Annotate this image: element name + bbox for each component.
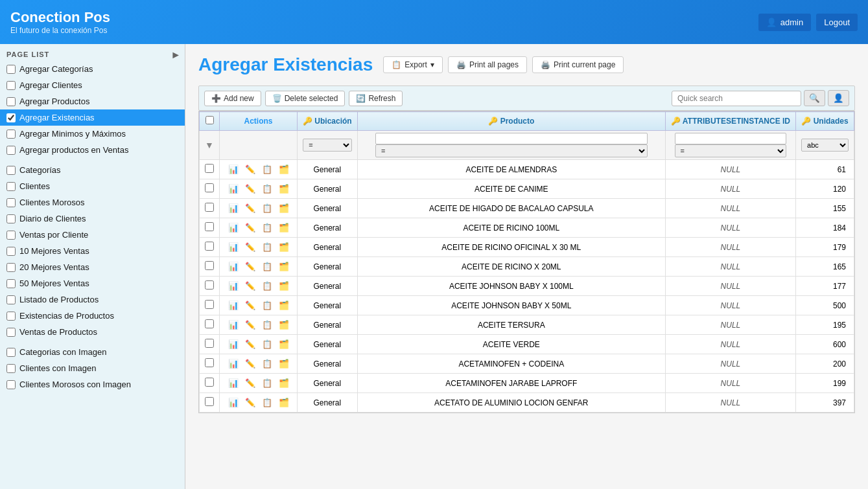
- row-view-button[interactable]: 📊: [226, 319, 241, 331]
- sidebar-checkbox-agregar-minimos-maximos[interactable]: [6, 130, 16, 139]
- row-checkbox[interactable]: [205, 319, 214, 328]
- admin-button[interactable]: 👤 admin: [758, 14, 811, 31]
- sidebar-item-ventas-cliente[interactable]: Ventas por Cliente: [0, 227, 185, 243]
- row-delete-button[interactable]: 🗂️: [276, 377, 292, 389]
- sidebar-item-agregar-clientes[interactable]: Agregar Clientes: [0, 77, 185, 93]
- row-view-button[interactable]: 📊: [226, 280, 241, 292]
- sidebar-item-clientes[interactable]: Clientes: [0, 178, 185, 194]
- search-advanced-button[interactable]: 👤: [828, 90, 849, 106]
- row-view-button[interactable]: 📊: [226, 396, 241, 409]
- row-checkbox[interactable]: [205, 183, 214, 192]
- row-view-button[interactable]: 📊: [226, 163, 241, 176]
- sidebar-item-categorias[interactable]: Categorías: [0, 162, 185, 178]
- sidebar-item-20-mejores-ventas[interactable]: 20 Mejores Ventas: [0, 259, 185, 275]
- row-edit-button[interactable]: ✏️: [242, 319, 258, 331]
- search-submit-button[interactable]: 🔍: [804, 90, 825, 106]
- row-delete-button[interactable]: 🗂️: [276, 183, 292, 195]
- filter-producto-input[interactable]: [375, 133, 648, 144]
- row-edit-button[interactable]: ✏️: [242, 241, 258, 253]
- row-view-button[interactable]: 📊: [226, 241, 241, 253]
- row-copy-button[interactable]: 📋: [259, 377, 275, 389]
- sidebar-checkbox-agregar-productos-ventas[interactable]: [6, 146, 16, 155]
- print-current-button[interactable]: 🖨️ Print current page: [532, 56, 624, 73]
- sidebar-item-10-mejores-ventas[interactable]: 10 Mejores Ventas: [0, 243, 185, 259]
- row-view-button[interactable]: 📊: [226, 260, 241, 273]
- filter-unidades-select[interactable]: abc: [801, 139, 849, 152]
- sidebar-item-agregar-existencias[interactable]: Agregar Existencias: [0, 109, 185, 126]
- row-copy-button[interactable]: 📋: [259, 241, 275, 253]
- logout-button[interactable]: Logout: [816, 14, 858, 31]
- row-delete-button[interactable]: 🗂️: [276, 241, 292, 253]
- row-edit-button[interactable]: ✏️: [242, 396, 258, 409]
- sidebar-checkbox-agregar-categorias[interactable]: [6, 65, 16, 74]
- row-checkbox[interactable]: [205, 203, 214, 212]
- sidebar-item-clientes-morosos[interactable]: Clientes Morosos: [0, 194, 185, 210]
- row-delete-button[interactable]: 🗂️: [276, 280, 292, 292]
- row-view-button[interactable]: 📊: [226, 299, 241, 312]
- sidebar-checkbox-categorias-imagen[interactable]: [6, 348, 16, 357]
- sidebar-checkbox-20-mejores-ventas[interactable]: [6, 263, 16, 272]
- row-delete-button[interactable]: 🗂️: [276, 222, 292, 234]
- filter-attrib-op[interactable]: =: [675, 144, 787, 157]
- row-checkbox[interactable]: [205, 261, 214, 270]
- sidebar-checkbox-agregar-existencias[interactable]: [6, 113, 16, 122]
- sidebar-checkbox-ventas-cliente[interactable]: [6, 231, 16, 240]
- row-view-button[interactable]: 📊: [226, 377, 241, 389]
- sidebar-item-ventas-productos[interactable]: Ventas de Productos: [0, 324, 185, 340]
- row-delete-button[interactable]: 🗂️: [276, 260, 292, 273]
- row-copy-button[interactable]: 📋: [259, 222, 275, 234]
- sidebar-item-clientes-imagen[interactable]: Clientes con Imagen: [0, 360, 185, 376]
- sidebar-item-agregar-productos-ventas[interactable]: Agregar productos en Ventas: [0, 142, 185, 158]
- filter-attrib-input[interactable]: [675, 133, 787, 144]
- row-checkbox[interactable]: [205, 242, 214, 251]
- row-delete-button[interactable]: 🗂️: [276, 396, 292, 409]
- sidebar-item-existencias-productos[interactable]: Existencias de Productos: [0, 308, 185, 324]
- search-input[interactable]: [672, 91, 801, 106]
- row-copy-button[interactable]: 📋: [259, 338, 275, 350]
- row-copy-button[interactable]: 📋: [259, 202, 275, 214]
- row-edit-button[interactable]: ✏️: [242, 163, 258, 176]
- row-delete-button[interactable]: 🗂️: [276, 163, 292, 176]
- row-copy-button[interactable]: 📋: [259, 183, 275, 195]
- sidebar-checkbox-50-mejores-ventas[interactable]: [6, 279, 16, 288]
- row-view-button[interactable]: 📊: [226, 338, 241, 350]
- sidebar-collapse-icon[interactable]: ►: [170, 49, 181, 61]
- sidebar-item-50-mejores-ventas[interactable]: 50 Mejores Ventas: [0, 275, 185, 291]
- sidebar-item-agregar-productos[interactable]: Agregar Productos: [0, 93, 185, 109]
- row-view-button[interactable]: 📊: [226, 222, 241, 234]
- row-copy-button[interactable]: 📋: [259, 358, 275, 370]
- sidebar-item-agregar-categorias[interactable]: Agregar Categorías: [0, 61, 185, 77]
- row-copy-button[interactable]: 📋: [259, 396, 275, 409]
- print-all-button[interactable]: 🖨️ Print all pages: [448, 56, 527, 73]
- row-checkbox[interactable]: [205, 222, 214, 231]
- filter-ubicacion-select[interactable]: =: [303, 139, 351, 152]
- sidebar-checkbox-clientes-morosos-imagen[interactable]: [6, 380, 16, 389]
- row-view-button[interactable]: 📊: [226, 358, 241, 370]
- row-checkbox[interactable]: [205, 378, 214, 387]
- row-edit-button[interactable]: ✏️: [242, 202, 258, 214]
- row-edit-button[interactable]: ✏️: [242, 377, 258, 389]
- filter-producto-op[interactable]: =: [375, 144, 648, 157]
- row-checkbox[interactable]: [205, 397, 214, 406]
- row-copy-button[interactable]: 📋: [259, 280, 275, 292]
- row-delete-button[interactable]: 🗂️: [276, 319, 292, 331]
- add-new-button[interactable]: ➕ Add new: [204, 91, 261, 106]
- row-copy-button[interactable]: 📋: [259, 163, 275, 176]
- sidebar-checkbox-categorias[interactable]: [6, 166, 16, 175]
- select-all-checkbox[interactable]: [205, 116, 214, 124]
- sidebar-checkbox-agregar-clientes[interactable]: [6, 81, 16, 90]
- sidebar-checkbox-agregar-productos[interactable]: [6, 97, 16, 106]
- row-edit-button[interactable]: ✏️: [242, 222, 258, 234]
- row-copy-button[interactable]: 📋: [259, 260, 275, 273]
- row-view-button[interactable]: 📊: [226, 202, 241, 214]
- row-checkbox[interactable]: [205, 358, 214, 367]
- sidebar-item-categorias-imagen[interactable]: Categorias con Imagen: [0, 344, 185, 360]
- sidebar-checkbox-10-mejores-ventas[interactable]: [6, 247, 16, 256]
- row-checkbox[interactable]: [205, 280, 214, 290]
- row-delete-button[interactable]: 🗂️: [276, 299, 292, 312]
- row-checkbox[interactable]: [205, 300, 214, 309]
- row-view-button[interactable]: 📊: [226, 183, 241, 195]
- row-edit-button[interactable]: ✏️: [242, 338, 258, 350]
- row-checkbox[interactable]: [205, 339, 214, 348]
- row-edit-button[interactable]: ✏️: [242, 280, 258, 292]
